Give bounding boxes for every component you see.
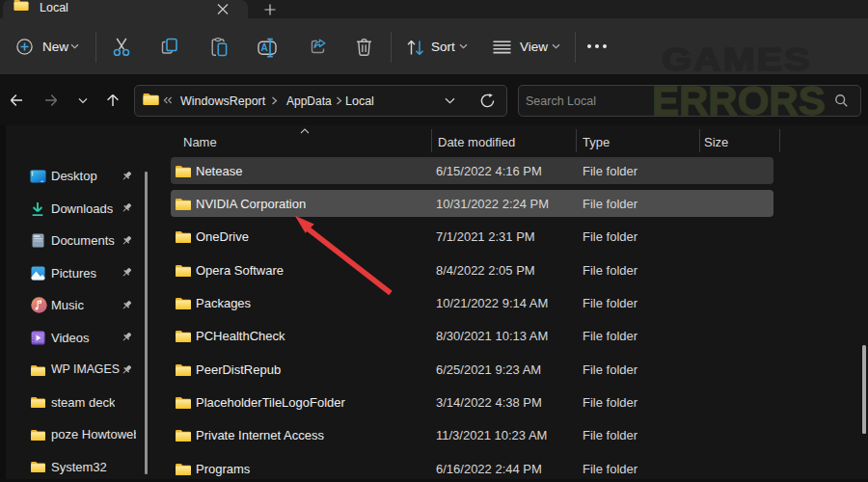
svg-text:A: A — [261, 42, 268, 53]
